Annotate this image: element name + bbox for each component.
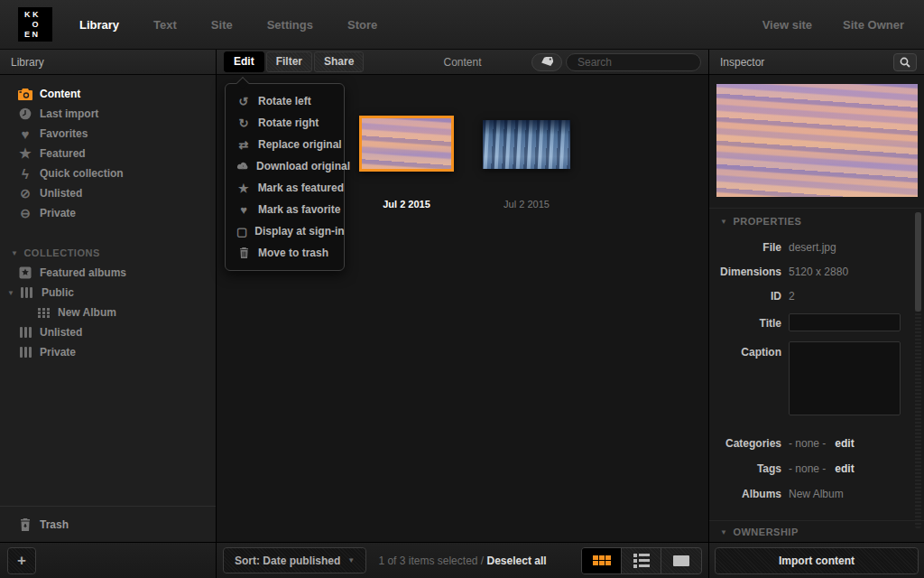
edit-tab[interactable]: Edit (224, 51, 264, 72)
koken-logo[interactable]: K K O E N (18, 7, 52, 42)
menu-item-move-to-trash[interactable]: Move to trash (226, 242, 344, 264)
menu-item-label: Rotate right (258, 117, 319, 129)
logo-letters: O (18, 20, 52, 29)
sidebar-item-label: Unlisted (40, 187, 82, 200)
sidebar-item-label: Featured albums (40, 266, 126, 279)
chevron-down-icon[interactable]: ▼ (7, 289, 14, 297)
sidebar-item-featured-albums[interactable]: Featured albums (0, 263, 216, 283)
tags-edit-link[interactable]: edit (835, 462, 854, 475)
categories-edit-link[interactable]: edit (835, 437, 854, 450)
content-actions: Edit Filter Share (224, 51, 364, 72)
bolt-icon: ϟ (18, 166, 32, 181)
tags-value: - none -edit (789, 462, 855, 475)
trash-icon (18, 518, 32, 531)
sidebar-item-favorites[interactable]: ♥ Favorites (0, 124, 216, 144)
thumbnail-glacier[interactable] (483, 120, 570, 169)
nav-site[interactable]: Site (211, 18, 233, 32)
sidebar-item-label: Private (40, 346, 76, 359)
chevron-down-icon: ▼ (720, 218, 727, 226)
album-icon (18, 345, 32, 359)
nav-text[interactable]: Text (153, 18, 177, 32)
grid-view-button[interactable] (582, 548, 622, 573)
sidebar-item-featured[interactable]: ★ Featured (0, 144, 216, 163)
view-site-link[interactable]: View site (762, 18, 812, 32)
inspector-header: Inspector (709, 50, 924, 75)
categories-none: - none - (789, 437, 826, 450)
sidebar-item-trash[interactable]: Trash (0, 506, 216, 542)
thumbnail-date: Jul 2 2015 (483, 199, 570, 210)
filter-tab[interactable]: Filter (266, 51, 312, 72)
site-owner-menu[interactable]: Site Owner (843, 18, 904, 32)
properties-title: PROPERTIES (733, 216, 801, 227)
tag-filter-button[interactable] (531, 53, 562, 71)
menu-item-label: Mark as featured (258, 182, 344, 194)
inspector-footer: Import content (709, 542, 924, 578)
list-view-button[interactable] (622, 548, 661, 573)
caption-textarea[interactable] (789, 341, 901, 415)
desert-image (362, 118, 451, 169)
deselect-all-link[interactable]: Deselect all (487, 555, 547, 567)
inspector-search-button[interactable] (893, 53, 917, 71)
single-view-button[interactable] (661, 548, 701, 573)
menu-item-mark-as-featured[interactable]: ★ Mark as featured (226, 177, 344, 199)
logo-letters: K K (24, 10, 39, 19)
sidebar-item-private-albums[interactable]: Private (0, 342, 216, 362)
rotate-left-icon: ↺ (236, 95, 251, 108)
nav-library[interactable]: Library (79, 18, 119, 32)
sidebar-item-new-album[interactable]: New Album (0, 303, 216, 322)
menu-item-download-original[interactable]: Download original (226, 155, 344, 177)
file-label: File (709, 241, 781, 254)
search-area (531, 53, 701, 71)
menu-item-mark-as-favorite[interactable]: ♥ Mark as favorite (226, 199, 344, 220)
import-content-button[interactable]: Import content (715, 547, 919, 574)
sidebar-item-unlisted-albums[interactable]: Unlisted (0, 322, 216, 342)
sort-dropdown[interactable]: Sort: Date published ▼ (223, 547, 366, 573)
menu-item-label: Mark as favorite (258, 203, 340, 216)
download-cloud-icon (236, 162, 249, 171)
menu-item-label: Rotate left (258, 95, 311, 107)
search-input[interactable] (566, 53, 701, 71)
sidebar-item-public[interactable]: ▼ Public (0, 283, 216, 303)
heart-icon: ♥ (236, 203, 251, 217)
albums-value[interactable]: New Album (789, 488, 844, 500)
sidebar-title: Library (11, 56, 44, 69)
slash-circle-icon: ⊘ (18, 186, 32, 200)
menu-item-rotate-right[interactable]: ↻ Rotate right (226, 112, 344, 134)
sidebar-item-content[interactable]: Content (0, 84, 216, 104)
title-input[interactable] (789, 313, 901, 331)
camera-icon (18, 87, 32, 101)
menu-item-replace-original[interactable]: ⇄ Replace original (226, 134, 344, 155)
menu-item-display-at-signin[interactable]: ▢ Display at sign-in (226, 220, 344, 242)
nav-settings[interactable]: Settings (267, 18, 313, 32)
star-icon: ★ (236, 182, 251, 195)
selection-count: 1 of 3 items selected (378, 555, 477, 567)
rotate-right-icon: ↻ (236, 117, 251, 130)
chevron-down-icon: ▼ (347, 556, 355, 564)
tag-icon (541, 57, 553, 67)
top-navbar: K K O E N Library Text Site Settings Sto… (0, 0, 924, 50)
sidebar-item-label: New Album (58, 306, 116, 319)
nav-store[interactable]: Store (347, 18, 377, 32)
collections-section-header[interactable]: ▼ COLLECTIONS (0, 243, 216, 263)
dimensions-label: Dimensions (709, 266, 781, 278)
thumbnail-desert-selected[interactable] (359, 116, 454, 172)
thumbnail-date: Jul 2 2015 (359, 199, 454, 210)
menu-item-rotate-left[interactable]: ↺ Rotate left (226, 90, 344, 112)
id-label: ID (709, 290, 781, 303)
sidebar-item-label: Unlisted (40, 326, 82, 339)
separator: / (481, 555, 484, 567)
sidebar-item-quick-collection[interactable]: ϟ Quick collection (0, 163, 216, 183)
sidebar-item-last-import[interactable]: Last import (0, 104, 216, 124)
add-album-button[interactable]: + (7, 547, 36, 574)
replace-icon: ⇄ (236, 138, 251, 152)
share-tab[interactable]: Share (314, 51, 364, 72)
ownership-section-header[interactable]: ▼ OWNERSHIP (720, 527, 799, 537)
sidebar-item-label: Quick collection (40, 167, 124, 180)
properties-section-header[interactable]: ▼ PROPERTIES (720, 216, 801, 227)
sidebar-item-unlisted[interactable]: ⊘ Unlisted (0, 183, 216, 203)
inspector-scrollbar-thumb[interactable] (915, 212, 921, 312)
sidebar-item-private[interactable]: ⊖ Private (0, 203, 216, 223)
sidebar-item-label: Featured (40, 147, 86, 160)
album-icon (18, 325, 32, 340)
single-view-icon (673, 555, 689, 566)
